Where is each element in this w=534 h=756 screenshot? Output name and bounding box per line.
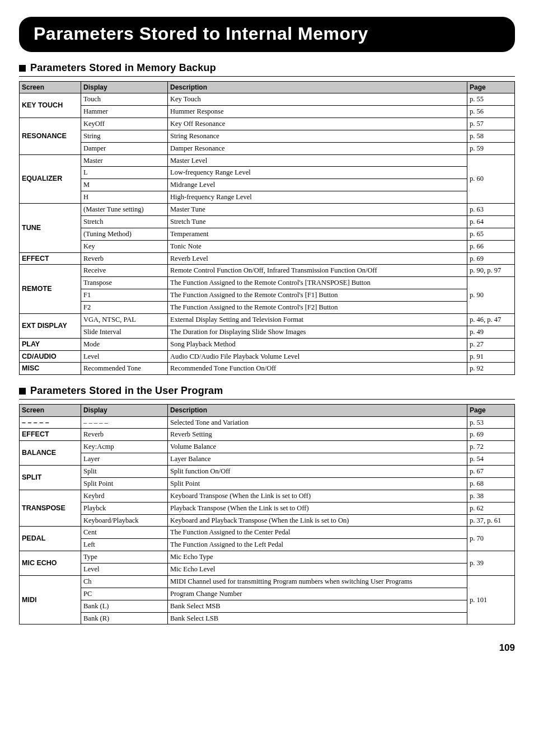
screen-cell: PLAY [20, 338, 81, 350]
description-cell: Audio CD/Audio File Playback Volume Leve… [168, 350, 467, 363]
page-title-banner: Parameters Stored to Internal Memory [19, 17, 515, 52]
table-row: LLow-frequency Range Level [20, 167, 515, 179]
table-row: MIC ECHOTypeMic Echo Typep. 39 [20, 551, 515, 564]
screen-cell: TRANSPOSE [20, 490, 81, 527]
display-cell: Touch [81, 93, 168, 106]
page-cell: p. 66 [467, 240, 515, 252]
display-cell: Split Point [81, 477, 168, 490]
section-title: Parameters Stored in Memory Backup [19, 62, 515, 77]
display-cell: String [81, 130, 168, 142]
screen-cell: MISC [20, 363, 81, 375]
display-cell: (Tuning Method) [81, 228, 168, 240]
column-header-display: Display [81, 82, 168, 93]
page-cell: p. 59 [467, 142, 515, 154]
screen-cell: CD/AUDIO [20, 350, 81, 363]
page-cell: p. 69 [467, 429, 515, 441]
description-cell: Temperament [168, 228, 467, 240]
page-cell: p. 65 [467, 228, 515, 240]
table-row: LayerLayer Balancep. 54 [20, 453, 515, 466]
page-cell: p. 39 [467, 551, 515, 576]
section-title-text: Parameters Stored in Memory Backup [30, 62, 216, 73]
description-cell: MIDI Channel used for transmitting Progr… [168, 575, 467, 588]
display-cell: Level [81, 350, 168, 363]
parameters-table: ScreenDisplayDescriptionPage– – – – –– –… [19, 404, 515, 624]
page-cell: p. 49 [467, 326, 515, 338]
table-row: PEDALCentThe Function Assigned to the Ce… [20, 527, 515, 539]
description-cell: Master Tune [168, 204, 467, 216]
description-cell: Layer Balance [168, 453, 467, 466]
description-cell: The Function Assigned to the Remote Cont… [168, 289, 467, 302]
page-cell: p. 92 [467, 363, 515, 375]
screen-cell: – – – – – [20, 416, 81, 429]
screen-cell: REMOTE [20, 265, 81, 314]
description-cell: The Function Assigned to the Center Peda… [168, 527, 467, 539]
description-cell: Bank Select LSB [168, 612, 467, 624]
table-row: RESONANCEKeyOffKey Off Resonancep. 57 [20, 118, 515, 130]
table-row: SPLITSplitSplit function On/Offp. 67 [20, 466, 515, 478]
page-cell: p. 62 [467, 502, 515, 514]
screen-cell: TUNE [20, 204, 81, 253]
display-cell: Keyboard/Playback [81, 514, 168, 527]
display-cell: Master [81, 154, 168, 167]
display-cell: M [81, 179, 168, 191]
description-cell: Remote Control Function On/Off, Infrared… [168, 265, 467, 277]
display-cell: Level [81, 564, 168, 576]
display-cell: L [81, 167, 168, 179]
table-row: – – – – –– – – – –Selected Tone and Vari… [20, 416, 515, 429]
page-cell: p. 38 [467, 490, 515, 502]
display-cell: F2 [81, 302, 168, 314]
table-row: HHigh-frequency Range Level [20, 191, 515, 204]
column-header-description: Description [168, 82, 467, 93]
display-cell: Mode [81, 338, 168, 350]
screen-cell: EFFECT [20, 252, 81, 265]
description-cell: High-frequency Range Level [168, 191, 467, 204]
page-cell: p. 54 [467, 453, 515, 466]
description-cell: Low-frequency Range Level [168, 167, 467, 179]
page-cell: p. 91 [467, 350, 515, 363]
table-row: Slide IntervalThe Duration for Displayin… [20, 326, 515, 338]
description-cell: Playback Transpose (When the Link is set… [168, 502, 467, 514]
table-row: EFFECTReverbReverb Levelp. 69 [20, 252, 515, 265]
table-row: MIDIChMIDI Channel used for transmitting… [20, 575, 515, 588]
table-row: StringString Resonancep. 58 [20, 130, 515, 142]
display-cell: Cent [81, 527, 168, 539]
table-row: PCProgram Change Number [20, 588, 515, 600]
column-header-page: Page [467, 82, 515, 93]
table-row: Bank (R)Bank Select LSB [20, 612, 515, 624]
description-cell: Keyboard and Playback Transpose (When th… [168, 514, 467, 527]
description-cell: Mic Echo Type [168, 551, 467, 564]
screen-cell: EQUALIZER [20, 154, 81, 204]
table-row: EFFECTReverbReverb Settingp. 69 [20, 429, 515, 441]
table-row: LevelMic Echo Level [20, 564, 515, 576]
display-cell: Slide Interval [81, 326, 168, 338]
page-cell: p. 57 [467, 118, 515, 130]
page-cell: p. 55 [467, 93, 515, 106]
description-cell: The Function Assigned to the Remote Cont… [168, 277, 467, 289]
column-header-screen: Screen [20, 82, 81, 93]
screen-cell: MIC ECHO [20, 551, 81, 576]
page-cell: p. 64 [467, 215, 515, 228]
display-cell: Receive [81, 265, 168, 277]
display-cell: Type [81, 551, 168, 564]
page-cell: p. 46, p. 47 [467, 313, 515, 326]
display-cell: VGA, NTSC, PAL [81, 313, 168, 326]
display-cell: Transpose [81, 277, 168, 289]
display-cell: Damper [81, 142, 168, 154]
screen-cell: MIDI [20, 575, 81, 624]
table-row: F1The Function Assigned to the Remote Co… [20, 289, 515, 302]
description-cell: Keyboard Transpose (When the Link is set… [168, 490, 467, 502]
page-cell: p. 67 [467, 466, 515, 478]
description-cell: Reverb Level [168, 252, 467, 265]
section-title: Parameters Stored in the User Program [19, 385, 515, 400]
screen-cell: KEY TOUCH [20, 93, 81, 118]
display-cell: Key:Acmp [81, 441, 168, 453]
table-row: REMOTEReceiveRemote Control Function On/… [20, 265, 515, 277]
page-cell: p. 60 [467, 154, 515, 204]
description-cell: Reverb Setting [168, 429, 467, 441]
display-cell: Key [81, 240, 168, 252]
description-cell: Key Off Resonance [168, 118, 467, 130]
table-row: StretchStretch Tunep. 64 [20, 215, 515, 228]
screen-cell: BALANCE [20, 441, 81, 466]
description-cell: Volume Balance [168, 441, 467, 453]
display-cell: (Master Tune setting) [81, 204, 168, 216]
